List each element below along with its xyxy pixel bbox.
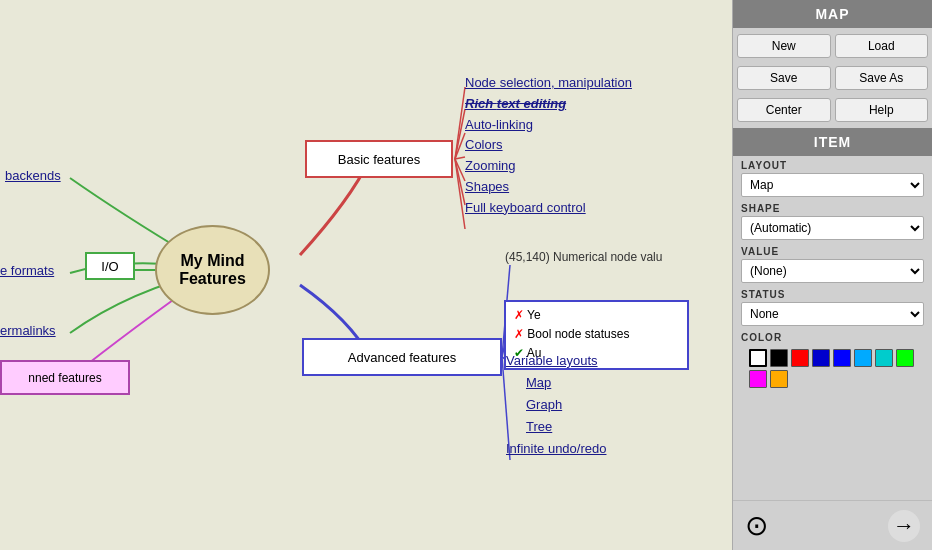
layout-field: LAYOUT Map xyxy=(733,156,932,199)
adv-list-graph[interactable]: Graph xyxy=(506,394,606,416)
io-node[interactable]: I/O xyxy=(85,252,135,280)
nned-features-node[interactable]: nned features xyxy=(0,360,130,395)
panel-bottom: ⊙ → xyxy=(733,500,932,550)
mindmap-area: My Mind Features I/O backends e formats … xyxy=(0,0,732,550)
nned-features-label: nned features xyxy=(28,371,101,385)
color-swatch-9[interactable] xyxy=(770,370,788,388)
color-swatch-7[interactable] xyxy=(896,349,914,367)
popup-row-2: ✗ Bool node statuses xyxy=(514,325,679,344)
map-btn-row-1: New Load xyxy=(733,28,932,60)
map-btn-row-3: Center Help xyxy=(733,92,932,124)
list-item-node-sel[interactable]: Node selection, manipulation xyxy=(465,73,632,94)
layout-select[interactable]: Map xyxy=(741,173,924,197)
adv-list-tree[interactable]: Tree xyxy=(506,416,606,438)
color-swatch-2[interactable] xyxy=(791,349,809,367)
shape-field: SHAPE (Automatic) xyxy=(733,199,932,242)
list-item-shapes[interactable]: Shapes xyxy=(465,177,632,198)
left-item-backends[interactable]: backends xyxy=(5,168,61,183)
adv-list-undo[interactable]: Infinite undo/redo xyxy=(506,438,606,460)
shape-label: SHAPE xyxy=(741,203,924,214)
color-swatch-4[interactable] xyxy=(833,349,851,367)
list-item-zooming[interactable]: Zooming xyxy=(465,156,632,177)
right-panel: MAP New Load Save Save As Center Help IT… xyxy=(732,0,932,550)
advanced-features-list: Variable layouts Map Graph Tree Infinite… xyxy=(506,350,606,460)
svg-line-3 xyxy=(455,157,465,159)
github-icon[interactable]: ⊙ xyxy=(745,509,768,542)
panel-item-header: ITEM xyxy=(733,128,932,156)
color-field: COLOR xyxy=(733,328,932,394)
numerical-node: (45,140) Numerical node valu xyxy=(505,250,662,264)
list-item-auto-linking[interactable]: Auto-linking xyxy=(465,115,632,136)
layout-label: LAYOUT xyxy=(741,160,924,171)
help-button[interactable]: Help xyxy=(835,98,929,122)
panel-map-header: MAP xyxy=(733,0,932,28)
list-item-rich-text[interactable]: Rich text editing xyxy=(465,94,632,115)
basic-features-node[interactable]: Basic features xyxy=(305,140,453,178)
basic-features-list: Node selection, manipulation Rich text e… xyxy=(465,73,632,219)
color-label: COLOR xyxy=(741,332,924,343)
arrow-right-icon[interactable]: → xyxy=(888,510,920,542)
list-item-colors[interactable]: Colors xyxy=(465,135,632,156)
status-label: STATUS xyxy=(741,289,924,300)
center-button[interactable]: Center xyxy=(737,98,831,122)
popup-row-1: ✗ Ye xyxy=(514,306,679,325)
color-swatches xyxy=(741,345,924,392)
color-swatch-3[interactable] xyxy=(812,349,830,367)
advanced-features-node[interactable]: Advanced features xyxy=(302,338,502,376)
left-item-formats[interactable]: e formats xyxy=(0,263,54,278)
status-field: STATUS None xyxy=(733,285,932,328)
new-button[interactable]: New xyxy=(737,34,831,58)
left-item-permalinks[interactable]: ermalinks xyxy=(0,323,56,338)
adv-list-variable[interactable]: Variable layouts xyxy=(506,350,606,372)
value-select[interactable]: (None) xyxy=(741,259,924,283)
value-label: VALUE xyxy=(741,246,924,257)
status-select[interactable]: None xyxy=(741,302,924,326)
value-field: VALUE (None) xyxy=(733,242,932,285)
save-button[interactable]: Save xyxy=(737,66,831,90)
color-swatch-8[interactable] xyxy=(749,370,767,388)
map-btn-row-2: Save Save As xyxy=(733,60,932,92)
color-swatch-5[interactable] xyxy=(854,349,872,367)
load-button[interactable]: Load xyxy=(835,34,929,58)
center-node[interactable]: My Mind Features xyxy=(155,225,270,315)
list-item-keyboard[interactable]: Full keyboard control xyxy=(465,198,632,219)
center-node-label: My Mind Features xyxy=(179,252,246,288)
save-as-button[interactable]: Save As xyxy=(835,66,929,90)
color-swatch-6[interactable] xyxy=(875,349,893,367)
svg-line-1 xyxy=(455,109,465,159)
color-swatch-0[interactable] xyxy=(749,349,767,367)
shape-select[interactable]: (Automatic) xyxy=(741,216,924,240)
color-swatch-1[interactable] xyxy=(770,349,788,367)
adv-list-map[interactable]: Map xyxy=(506,372,606,394)
